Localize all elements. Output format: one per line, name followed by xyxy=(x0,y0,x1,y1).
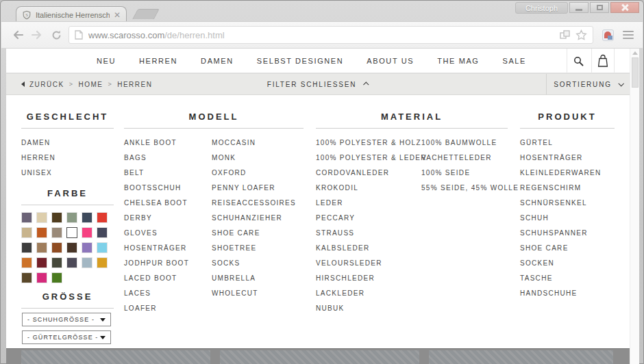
filter-option[interactable]: KROKODIL xyxy=(316,180,421,195)
scrollbar-up-arrow-icon[interactable] xyxy=(632,51,638,55)
color-swatch[interactable] xyxy=(66,212,77,223)
filter-option[interactable]: SOCKS xyxy=(212,255,296,270)
filter-option[interactable]: BAGS xyxy=(124,150,212,165)
filter-option[interactable]: HANDSCHUHE xyxy=(520,285,615,300)
filter-option[interactable]: WHOLECUT xyxy=(212,285,296,300)
nav-item[interactable]: SELBST DESIGNEN xyxy=(257,57,344,65)
filter-option[interactable]: VELOURSLEDER xyxy=(316,255,421,270)
color-swatch[interactable] xyxy=(21,212,32,223)
new-tab-button[interactable] xyxy=(132,9,160,19)
filter-option[interactable]: 55% SEIDE, 45% WOLLE xyxy=(421,180,519,195)
filter-option[interactable]: 100% SEIDE xyxy=(421,165,519,180)
filter-option[interactable]: MONK xyxy=(212,150,296,165)
reload-button[interactable] xyxy=(47,29,66,41)
extension-button[interactable] xyxy=(599,29,617,41)
nav-item[interactable]: DAMEN xyxy=(201,57,234,65)
filter-option[interactable]: MOCCASIN xyxy=(212,135,296,150)
filter-option[interactable]: SOCKEN xyxy=(520,255,615,270)
color-swatch[interactable] xyxy=(82,242,92,253)
color-swatch[interactable] xyxy=(21,272,32,283)
filter-option[interactable]: 100% POLYESTER & HOLZ xyxy=(316,135,421,150)
guertelgroesse-select[interactable]: - GÜRTELGRÖSSE - xyxy=(22,330,111,344)
filter-option[interactable]: UNISEX xyxy=(21,165,114,180)
filter-option[interactable]: ANKLE BOOT xyxy=(124,135,212,150)
browser-tab[interactable]: S Italienische Herrenschuhe ✕ xyxy=(16,6,127,23)
tab-close-icon[interactable]: ✕ xyxy=(114,11,121,19)
sort-dropdown-button[interactable]: SORTIERUNG xyxy=(546,74,630,94)
color-swatch[interactable] xyxy=(21,242,32,253)
filter-option[interactable]: REISEACCESSOIRES xyxy=(212,195,296,210)
nav-item[interactable]: NEU xyxy=(97,57,116,65)
minimize-button[interactable] xyxy=(569,2,589,13)
filter-option[interactable]: SCHUHSPANNER xyxy=(520,225,615,240)
color-swatch[interactable] xyxy=(51,257,62,268)
color-swatch[interactable] xyxy=(66,257,77,268)
filter-option[interactable]: SHOE CARE xyxy=(520,240,615,255)
filter-toggle-button[interactable]: FILTER SCHLIESSEN xyxy=(6,74,630,94)
filter-option[interactable]: SCHNÜRSENKEL xyxy=(520,195,615,210)
color-swatch[interactable] xyxy=(82,212,92,223)
color-swatch[interactable] xyxy=(36,242,47,253)
filter-option[interactable]: TASCHE xyxy=(520,270,615,285)
url-text[interactable]: www.scarosso.com/de/herren.html xyxy=(88,30,554,40)
schuhgroesse-select[interactable]: - SCHUHGRÖSSE - xyxy=(22,313,111,326)
filter-option[interactable]: SCHUH xyxy=(520,210,615,225)
color-swatch[interactable] xyxy=(51,272,62,283)
filter-option[interactable]: KALBSLEDER xyxy=(316,240,421,255)
filter-option[interactable]: NUBUK xyxy=(316,300,421,315)
color-swatch[interactable] xyxy=(82,257,92,268)
filter-option[interactable]: 100% POLYESTER & LEDER xyxy=(316,150,421,165)
browser-menu-button[interactable] xyxy=(617,31,640,40)
filter-option[interactable]: OXFORD xyxy=(212,165,296,180)
color-swatch[interactable] xyxy=(36,212,47,223)
page-scrollbar[interactable] xyxy=(630,49,639,364)
filter-option[interactable]: CHELSEA BOOT xyxy=(124,195,212,210)
filter-option[interactable]: VACHETTELEDER xyxy=(421,150,519,165)
filter-option[interactable]: GLOVES xyxy=(124,225,212,240)
color-swatch[interactable] xyxy=(21,257,32,268)
search-button[interactable] xyxy=(567,49,590,73)
filter-option[interactable]: 100% BAUMWOLLE xyxy=(421,135,519,150)
filter-option[interactable]: HOSENTRÄGER xyxy=(124,240,212,255)
color-swatch[interactable] xyxy=(51,212,62,223)
filter-option[interactable]: LEDER xyxy=(316,195,421,210)
scrollbar-thumb[interactable] xyxy=(632,57,639,88)
profile-button[interactable]: Christoph xyxy=(515,2,568,14)
filter-option[interactable]: PECCARY xyxy=(316,210,421,225)
color-swatch[interactable] xyxy=(82,227,92,238)
back-button[interactable] xyxy=(8,29,27,40)
filter-option[interactable]: SHOETREE xyxy=(212,240,296,255)
filter-option[interactable]: SCHUHANZIEHER xyxy=(212,210,296,225)
filter-option[interactable]: LACES xyxy=(124,285,212,300)
filter-option[interactable]: LACKLEDER xyxy=(316,285,421,300)
filter-option[interactable]: REGENSCHIRM xyxy=(520,180,615,195)
forward-button[interactable] xyxy=(27,29,47,40)
color-swatch[interactable] xyxy=(36,227,47,238)
cart-button[interactable] xyxy=(591,49,615,73)
color-swatch[interactable] xyxy=(97,257,108,268)
filter-option[interactable]: GÜRTEL xyxy=(520,135,615,150)
close-button[interactable] xyxy=(610,2,639,13)
color-swatch[interactable] xyxy=(36,257,47,268)
color-swatch[interactable] xyxy=(51,242,62,253)
color-swatch[interactable] xyxy=(66,242,77,253)
filter-option[interactable]: KLEINLEDERWAREN xyxy=(520,165,615,180)
filter-option[interactable]: HIRSCHLEDER xyxy=(316,270,421,285)
color-swatch[interactable] xyxy=(97,242,108,253)
filter-option[interactable]: BOOTSSCHUH xyxy=(124,180,212,195)
color-swatch[interactable] xyxy=(97,212,108,223)
address-bar[interactable]: www.scarosso.com/de/herren.html xyxy=(69,26,593,44)
color-swatch[interactable] xyxy=(36,272,47,283)
filter-option[interactable]: DAMEN xyxy=(21,135,114,150)
bookmark-star-icon[interactable] xyxy=(575,29,587,40)
filter-option[interactable]: STRAUSS xyxy=(316,225,421,240)
nav-item[interactable]: SALE xyxy=(502,57,526,65)
filter-option[interactable]: LACED BOOT xyxy=(124,270,212,285)
maximize-button[interactable] xyxy=(590,2,609,13)
filter-option[interactable]: LOAFER xyxy=(124,300,212,315)
filter-option[interactable]: HERREN xyxy=(21,150,114,165)
filter-option[interactable]: HOSENTRÄGER xyxy=(520,150,615,165)
nav-item[interactable]: HERREN xyxy=(139,57,177,65)
filter-option[interactable]: UMBRELLA xyxy=(212,270,296,285)
filter-option[interactable]: CORDOVANLEDER xyxy=(316,165,421,180)
